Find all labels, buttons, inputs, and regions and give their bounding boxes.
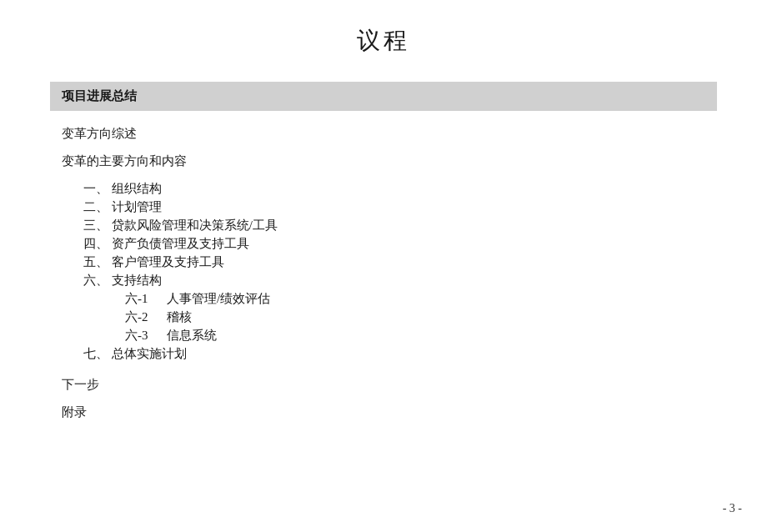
page-number: - 3 -	[723, 502, 742, 515]
main-item-6-label: 支持结构	[112, 274, 162, 287]
main-item-1: 一、 组织结构	[83, 181, 717, 197]
main-item-4-label: 资产负债管理及支持工具	[112, 237, 249, 250]
main-item-5: 五、 客户管理及支持工具	[83, 254, 717, 270]
main-item-5-label: 客户管理及支持工具	[112, 255, 224, 269]
main-item-5-num: 五、	[83, 255, 108, 269]
page-title: 议程	[50, 25, 717, 57]
sub-item-6-1-label: 人事管理/绩效评估	[167, 291, 270, 307]
sub-item-6-1-num: 六-1	[125, 291, 167, 307]
main-item-1-num: 一、	[83, 182, 108, 195]
sub-item-6-2-label: 稽核	[167, 309, 192, 325]
main-item-7: 七、 总体实施计划	[83, 346, 717, 362]
main-item-1-label: 组织结构	[112, 182, 162, 195]
main-item-3: 三、 贷款风险管理和决策系统/工具	[83, 218, 717, 233]
main-item-2: 二、 计划管理	[83, 199, 717, 215]
main-item-3-label: 贷款风险管理和决策系统/工具	[112, 218, 278, 232]
main-item-2-label: 计划管理	[112, 200, 162, 213]
main-item-4: 四、 资产负债管理及支持工具	[83, 236, 717, 252]
main-item-6: 六、 支持结构	[83, 273, 717, 289]
section-biange-content: 变革的主要方向和内容	[50, 153, 717, 169]
sub-item-6-1: 六-1 人事管理/绩效评估	[125, 291, 717, 307]
main-item-6-num: 六、	[83, 274, 108, 287]
section-biange-overview: 变革方向综述	[50, 126, 717, 142]
section-next-step: 下一步	[50, 377, 717, 393]
sub-item-6-3-label: 信息系统	[167, 328, 217, 344]
main-item-4-num: 四、	[83, 237, 108, 250]
highlighted-agenda-item: 项目进展总结	[50, 82, 717, 111]
section-appendix: 附录	[50, 404, 717, 420]
main-item-2-num: 二、	[83, 200, 108, 213]
sub-item-6-3-num: 六-3	[125, 328, 167, 344]
sub-sub-items-list: 六-1 人事管理/绩效评估 六-2 稽核 六-3 信息系统	[83, 291, 717, 344]
main-item-7-label: 总体实施计划	[112, 347, 187, 360]
main-item-3-num: 三、	[83, 218, 108, 232]
main-items-list: 一、 组织结构 二、 计划管理 三、 贷款风险管理和决策系统/工具 四、 资产负…	[50, 181, 717, 362]
sub-item-6-2: 六-2 稽核	[125, 309, 717, 325]
sub-item-6-2-num: 六-2	[125, 309, 167, 325]
page-container: 议程 项目进展总结 变革方向综述 变革的主要方向和内容 一、 组织结构 二、 计…	[0, 0, 767, 532]
main-item-7-num: 七、	[83, 347, 108, 360]
sub-item-6-3: 六-3 信息系统	[125, 328, 717, 344]
